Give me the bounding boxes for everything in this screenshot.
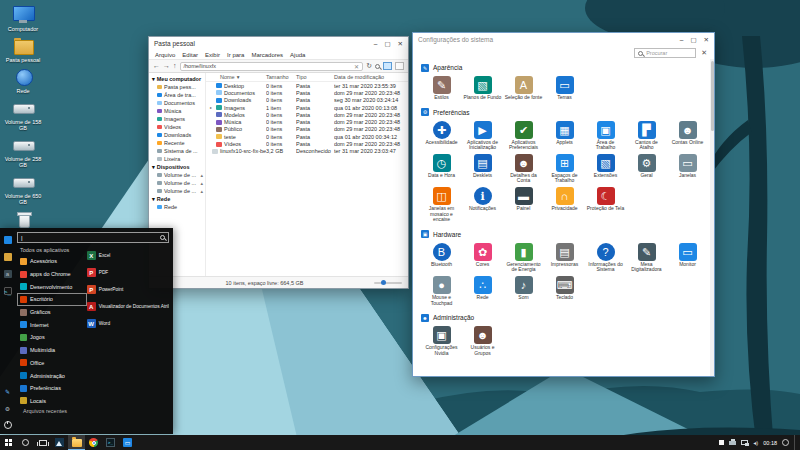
sidebar-item[interactable]: Documentos [149,99,205,107]
sidebar-item[interactable]: Música [149,107,205,115]
file-row[interactable]: Modelos 0 itens Pasta dom 29 mar 2020 20… [206,111,408,118]
settings-tile[interactable]: ? Informações do Sistema [585,243,626,273]
settings-tile[interactable]: ✎ Mesa Digitalizadora [626,243,667,273]
desktop-icon[interactable]: Volume de 258 GB [0,135,46,168]
settings-tile[interactable]: ⊞ Espaços de Trabalho [544,154,585,184]
sidebar-network-item[interactable]: Rede [149,203,205,211]
recent-files-label[interactable]: Arquivos recentes [23,408,87,414]
back-icon[interactable]: ← [153,62,160,70]
category-item[interactable]: Preferências [17,382,87,395]
category-item[interactable]: Escritório [17,293,87,306]
desktop-icon[interactable]: Computador [0,5,46,32]
eject-icon[interactable]: ▴ [200,172,203,178]
app-item[interactable]: P PDF [87,264,169,281]
settings-tile[interactable]: ▧ Planos de Fundo [462,76,503,101]
search-icon[interactable] [375,64,380,69]
menu-item[interactable]: Editar [182,52,198,58]
settings-tile[interactable]: ℹ Notificações [462,187,503,223]
sidebar-section-devices[interactable]: ▾ Dispositivos [149,163,205,171]
settings-tile[interactable]: ☻ Contas Online [667,121,708,151]
taskbar-clock[interactable]: 00:18 [763,440,777,446]
settings-tile[interactable]: ▭ Janelas [667,154,708,184]
power-icon[interactable] [4,421,12,429]
desktop-icon[interactable]: Volume de 158 GB [0,98,46,131]
expander-icon[interactable]: ▸ [210,105,214,110]
tray-network-icon[interactable] [741,440,748,445]
clear-search-icon[interactable]: ✕ [701,49,707,57]
settings-tile[interactable]: ● Mouse e Touchpad [421,276,462,306]
cortana-search-button[interactable] [17,435,34,450]
file-row[interactable]: Desktop 0 itens Pasta ter 31 mar 2020 23… [206,82,408,89]
sidebar-device-item[interactable]: Volume de ... ▴ [149,187,205,195]
file-manager-titlebar[interactable]: Pasta pessoal – ▢ ✕ [149,37,408,50]
desktop-icon[interactable]: Pasta pessoal [0,36,46,63]
sidebar-item[interactable]: Imagens [149,115,205,123]
settings-tile[interactable]: ∴ Rede [462,276,503,306]
settings-tile[interactable]: ▬ Painel [503,187,544,223]
settings-tile[interactable]: ☻ Usuários e Grupos [462,326,503,356]
settings-tile[interactable]: ▦ Applets [544,121,585,151]
settings-tile[interactable]: ✎ Estilos [421,76,462,101]
sidebar-item[interactable]: Downloads [149,131,205,139]
settings-tile[interactable]: ∩ Privacidade [544,187,585,223]
eject-icon[interactable]: ▴ [200,188,203,194]
zoom-slider-thumb[interactable] [381,280,386,285]
file-row[interactable]: Vídeos 0 itens Pasta dom 29 mar 2020 20:… [206,140,408,147]
tray-keyboard-icon[interactable] [719,440,724,445]
sidebar-item[interactable]: Área de tra... [149,91,205,99]
terminal-app-button[interactable]: >_ [102,435,119,450]
settings-tile[interactable]: ▛ Cantos de Atalho [626,121,667,151]
rail-theme-icon[interactable]: ✎ [4,387,12,395]
category-item[interactable]: Gráficos [17,306,87,319]
scrollbar[interactable] [710,59,714,376]
category-item[interactable]: Administração [17,369,87,382]
settings-tile[interactable]: ▭ Monitor [667,243,708,273]
column-modified[interactable]: Data de modificação [334,74,408,80]
settings-tile[interactable]: ☾ Proteção de Tela [585,187,626,223]
app-item[interactable]: P PowerPoint [87,281,169,298]
rail-terminal-icon[interactable]: >_ [4,287,12,295]
app-item[interactable]: X Excel [87,247,169,264]
file-row[interactable]: ▸ Imagens 1 item Pasta qua 01 abr 2020 0… [206,104,408,111]
settings-tile[interactable]: ▶ Aplicativos de Inicialização [462,121,503,151]
path-input[interactable]: /home/linuxfx ✕ [180,62,364,71]
file-row[interactable]: Público 0 itens Pasta dom 29 mar 2020 20… [206,126,408,133]
category-item[interactable]: apps do Chrome [17,268,87,281]
menu-item[interactable]: Exibir [205,52,220,58]
category-item[interactable]: Jogos [17,331,87,344]
category-item[interactable]: Office [17,357,87,370]
file-row[interactable]: Música 0 itens Pasta dom 29 mar 2020 20:… [206,118,408,125]
settings-tile[interactable]: ◫ Janelas em mosaico e encaixe [421,187,462,223]
settings-tile[interactable]: ✚ Acessibilidade [421,121,462,151]
maximize-icon[interactable]: ▢ [384,37,390,50]
tray-printer-icon[interactable] [729,441,736,445]
rail-key-icon[interactable]: ⚙ [4,404,12,412]
sidebar-item[interactable]: Vídeos [149,123,205,131]
sidebar-section-computer[interactable]: ▾ Meu computador [149,75,205,83]
settings-tile[interactable]: B Bluetooth [421,243,462,273]
settings-tile[interactable]: ▮ Gerenciamento de Energia [503,243,544,273]
close-icon[interactable]: ✕ [704,33,709,46]
refresh-icon[interactable]: ↻ [366,62,372,70]
rail-folder-icon[interactable] [4,253,12,261]
clear-path-icon[interactable]: ✕ [354,63,359,70]
minimize-icon[interactable]: – [680,33,684,46]
settings-tile[interactable]: ⌨ Teclado [544,276,585,306]
task-view-button[interactable] [34,435,51,450]
settings-tile[interactable]: ▣ Configurações Nvidia [421,326,462,356]
menu-item[interactable]: Ir para [227,52,244,58]
settings-tile[interactable]: ◷ Data e Hora [421,154,462,184]
desktop-icon[interactable]: Rede [0,67,46,94]
sidebar-item[interactable]: Recente [149,139,205,147]
settings-tile[interactable]: ✔ Aplicativos Preferenciais [503,121,544,151]
column-size[interactable]: Tamanho [266,74,296,80]
category-item[interactable]: Multimídia [17,344,87,357]
sidebar-item[interactable]: Lixeira [149,155,205,163]
menu-item[interactable]: Marcadores [251,52,283,58]
photos-app-button[interactable] [51,435,68,450]
desktop-icon[interactable]: Volume de 650 GB [0,172,46,205]
settings-search-input[interactable]: Procurar [634,48,696,58]
menu-item[interactable]: Arquivo [155,52,175,58]
sidebar-item[interactable]: Sistema de ... [149,147,205,155]
tray-volume-icon[interactable]: ◂) [753,440,758,446]
